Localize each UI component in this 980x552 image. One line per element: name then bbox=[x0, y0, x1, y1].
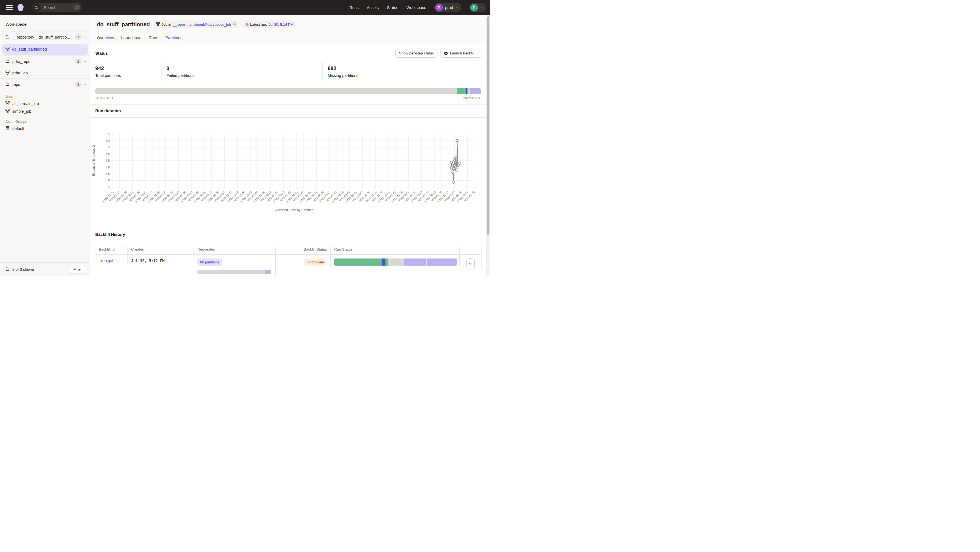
latest-run-badge: Latest run: Jul 30, 5:14 PM bbox=[243, 21, 296, 28]
backfill-status-badge: Incomplete bbox=[304, 259, 327, 266]
deployment-avatar: P bbox=[435, 4, 443, 11]
status-section-title: Status bbox=[95, 51, 108, 56]
svg-text:7.0: 7.0 bbox=[106, 165, 110, 169]
dagster-logo-icon[interactable] bbox=[17, 3, 24, 11]
job-icon bbox=[156, 22, 160, 27]
latest-run-prefix: Latest run: bbox=[250, 22, 267, 27]
tab-runs[interactable]: Runs bbox=[149, 35, 158, 44]
sidebar-item-do-stuff-partitioned[interactable]: do_stuff_partitioned bbox=[0, 43, 90, 56]
stat-failed-partitions: 0 Failed partitions bbox=[162, 62, 323, 81]
search-input[interactable]: Search... / bbox=[32, 3, 81, 12]
page-header: do_stuff_partitioned Job in __reposi...a… bbox=[90, 15, 486, 30]
job-location-link[interactable]: __reposi...artitioned@partitioned_job bbox=[173, 22, 231, 27]
svg-text:Execution Time by Partition: Execution Time by Partition bbox=[274, 208, 313, 212]
sidebar-item-label: repo bbox=[12, 82, 72, 87]
chevron-down-icon bbox=[469, 263, 472, 265]
job-count-badge: 3 bbox=[75, 82, 81, 87]
chevron-down-icon bbox=[480, 6, 483, 8]
filter-button[interactable]: Filter bbox=[69, 265, 86, 274]
scrollbar-thumb[interactable] bbox=[487, 16, 490, 235]
launch-backfill-button[interactable]: Launch backfill... bbox=[440, 49, 481, 58]
search-placeholder: Search... bbox=[44, 5, 74, 10]
reload-icon[interactable] bbox=[233, 22, 236, 27]
nav-link-assets[interactable]: Assets bbox=[367, 5, 379, 10]
partition-stats: 942 Total partitions 0 Failed partitions… bbox=[90, 62, 486, 81]
svg-text:Execution time (secs): Execution time (secs) bbox=[92, 145, 95, 176]
sidebar-item-prha-repo[interactable]: prha_repo 1 ▾ bbox=[0, 56, 90, 67]
run-status-bar[interactable] bbox=[334, 259, 457, 266]
svg-text:6.5: 6.5 bbox=[106, 172, 110, 175]
job-icon bbox=[5, 101, 10, 106]
top-navbar: Search... / Runs Assets Status Workspace… bbox=[0, 0, 490, 15]
stat-total-partitions: 942 Total partitions bbox=[90, 62, 162, 81]
expand-caret-icon[interactable]: ▾ bbox=[84, 83, 86, 86]
backfill-table-header: Backfill Id Created Requested Backfill S… bbox=[95, 247, 482, 255]
user-avatar: P bbox=[470, 4, 478, 11]
backfill-history-title: Backfill History bbox=[95, 232, 125, 236]
row-expand-button[interactable] bbox=[466, 259, 475, 269]
chevron-down-icon bbox=[455, 6, 458, 8]
svg-text:8.0: 8.0 bbox=[106, 152, 110, 155]
tab-overview[interactable]: Overview bbox=[97, 35, 114, 44]
asset-groups-section-label: Asset Groups bbox=[0, 115, 90, 125]
expand-caret-icon[interactable]: ▾ bbox=[84, 36, 86, 38]
folder-icon bbox=[5, 35, 10, 40]
asset-group-icon bbox=[5, 126, 10, 131]
column-header-run-status: Run Status bbox=[331, 247, 460, 254]
search-icon bbox=[32, 3, 41, 12]
job-icon bbox=[5, 109, 10, 114]
nav-link-status[interactable]: Status bbox=[387, 5, 398, 10]
run-duration-section: Run duration 2020-01-012020-01-182020-02… bbox=[90, 105, 486, 227]
show-per-step-status-button[interactable]: Show per-step status bbox=[395, 49, 438, 58]
job-icon bbox=[5, 71, 10, 76]
sidebar-item-default-group[interactable]: default bbox=[0, 125, 90, 132]
sidebar-item-simple-job[interactable]: simple_job bbox=[0, 108, 90, 115]
tab-launchpad[interactable]: Launchpad bbox=[121, 35, 142, 44]
requested-partitions-badge[interactable]: 60 partitions bbox=[197, 259, 222, 266]
job-count-badge: 1 bbox=[75, 35, 81, 40]
folder-icon bbox=[5, 267, 10, 272]
sidebar-item-label: prha_repo bbox=[12, 59, 72, 64]
svg-text:7.5: 7.5 bbox=[106, 159, 110, 162]
job-tabs: Overview Launchpad Runs Partitions bbox=[90, 30, 486, 44]
backfill-id-link[interactable]: jozrgsbh bbox=[99, 259, 117, 263]
job-count-badge: 1 bbox=[75, 59, 81, 64]
search-shortcut-key: / bbox=[74, 5, 80, 10]
sidebar-item-label: __repository__do_stuff_partitio... bbox=[12, 35, 72, 40]
latest-run-link[interactable]: Jul 30, 5:14 PM bbox=[269, 22, 293, 27]
sidebar-item-repository[interactable]: __repository__do_stuff_partitio... 1 ▾ bbox=[0, 32, 90, 43]
job-icon bbox=[5, 47, 10, 52]
partition-status-bar[interactable] bbox=[95, 88, 481, 94]
nav-link-workspace[interactable]: Workspace bbox=[407, 5, 426, 10]
menu-icon[interactable] bbox=[6, 4, 13, 11]
tab-partitions[interactable]: Partitions bbox=[165, 35, 183, 44]
deployment-switcher[interactable]: P prod bbox=[434, 3, 461, 12]
requested-start-date: 2020-01-01 bbox=[197, 276, 217, 276]
sidebar-item-label: all_cereals_job bbox=[12, 102, 39, 106]
run-status-dot-icon bbox=[245, 23, 248, 26]
backfill-table: Backfill Id Created Requested Backfill S… bbox=[95, 247, 482, 276]
sidebar-item-prha-job[interactable]: prha_job bbox=[0, 67, 90, 79]
expand-caret-icon[interactable]: ▾ bbox=[84, 60, 86, 63]
svg-text:8.5: 8.5 bbox=[106, 146, 110, 149]
sidebar-title: Workspace bbox=[0, 15, 90, 32]
requested-range-bar bbox=[197, 270, 271, 274]
partition-bar-dates: 2020-01-01 2022-07-30 bbox=[90, 94, 486, 105]
requested-end-date: 2022-07-30 bbox=[251, 276, 271, 276]
partition-start-date: 2020-01-01 bbox=[95, 96, 114, 100]
column-header-created: Created bbox=[127, 247, 194, 254]
sidebar-item-all-cereals-job[interactable]: all_cereals_job bbox=[0, 100, 90, 108]
main-content: do_stuff_partitioned Job in __reposi...a… bbox=[90, 15, 490, 276]
sidebar-item-repo[interactable]: repo 3 ▾ bbox=[0, 79, 90, 90]
workspace-sidebar: Workspace __repository__do_stuff_partiti… bbox=[0, 15, 90, 276]
partition-end-date: 2022-07-30 bbox=[463, 96, 482, 100]
run-duration-chart[interactable]: 2020-01-012020-01-182020-02-042020-02-21… bbox=[90, 117, 486, 227]
folder-icon bbox=[5, 82, 10, 87]
run-duration-title: Run duration bbox=[95, 108, 121, 113]
vertical-scrollbar[interactable] bbox=[486, 15, 490, 276]
nav-link-runs[interactable]: Runs bbox=[349, 5, 359, 10]
user-menu[interactable]: P bbox=[469, 3, 486, 12]
svg-text:5.5: 5.5 bbox=[106, 186, 110, 189]
requested-range-dates: 2020-01-01 2022-07-30 bbox=[197, 276, 271, 276]
column-header-requested: Requested bbox=[194, 247, 276, 254]
